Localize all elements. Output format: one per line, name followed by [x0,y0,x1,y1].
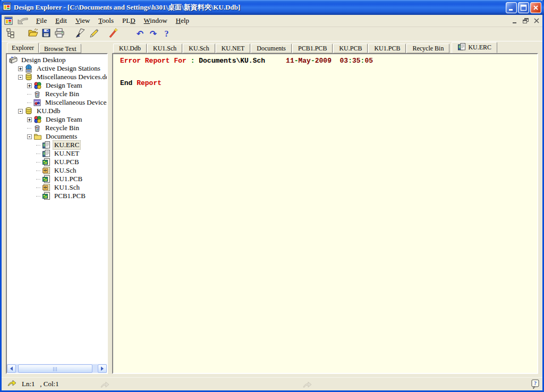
expand-plus-icon[interactable]: + [27,83,32,88]
minimize-button[interactable] [506,2,517,13]
collapse-minus-icon[interactable]: - [18,75,23,80]
design-explorer-window: Design Explorer - [C:\Documents and Sett… [0,0,544,392]
tree-item-ku1-pcb[interactable]: KU1.PCB [7,175,107,183]
recycle-icon [33,124,42,132]
window-title: Design Explorer - [C:\Documents and Sett… [14,3,505,12]
doc-tab-ku-sch[interactable]: KU.Sch [183,44,215,53]
scroll-left-button[interactable] [7,364,16,373]
doc-tab-pcb1-pcb[interactable]: PCB1.PCB [292,44,333,53]
menu-window[interactable]: Window [140,16,172,25]
doc-tab-ku-net[interactable]: KU.NET [216,44,251,53]
design-manager-icon [6,28,16,40]
editor-text-segment: Documents\KU.Sch [194,57,286,65]
title-bar[interactable]: Design Explorer - [C:\Documents and Sett… [0,0,544,15]
scrollbar-thumb[interactable] [18,364,92,373]
menu-file[interactable]: File [32,16,51,25]
editor-text-segment [332,57,340,65]
sch-icon [42,183,51,192]
toolbar-group: ↶↷? [133,28,173,40]
doc-tab-documents[interactable]: Documents [251,44,292,53]
design-manager-button[interactable] [4,28,18,40]
tab-explorer[interactable]: Explorer [7,42,39,53]
wand-button[interactable] [106,28,120,40]
erc-report-editor[interactable]: Error Report For : Documents\KU.Sch 11-M… [113,54,537,87]
tree-item-design-desktop[interactable]: Design Desktop [7,56,107,64]
tree-guide-line [27,94,31,95]
tree-item-miscellaneous-devices-lib[interactable]: Miscellaneous Devices.lib [7,98,107,107]
tree-item-ku-ddb[interactable]: -KU.Ddb [7,107,107,115]
doc-tab-label: Recycle Bin [412,45,444,53]
library-icon [33,98,42,107]
mdi-close-button[interactable] [532,17,541,25]
menu-bar: FileEditViewToolsPLDWindowHelp [2,15,542,27]
tree-item-ku-sch[interactable]: KU.Sch [7,166,107,175]
tree-guide-line [36,179,40,180]
help-button[interactable]: ? [160,28,173,40]
pcb-icon [42,158,51,166]
tree-guide-line [27,128,31,129]
pen-button[interactable] [87,28,100,40]
explorer-panel-tabs: ExplorerBrowse Text [6,42,108,53]
tree-item-ku1-sch[interactable]: KU1.Sch [7,183,107,192]
tree-item-design-team[interactable]: +Design Team [7,115,107,124]
doc-tab-ku-erc[interactable]: KU.ERC [452,42,497,53]
doc-tab-recycle-bin[interactable]: Recycle Bin [406,44,449,53]
collapse-minus-icon[interactable]: - [27,134,32,139]
doc-tab-ku1-pcb[interactable]: KU1.PCB [368,44,406,53]
menu-view[interactable]: View [71,16,94,25]
tree-item-design-team[interactable]: +Design Team [7,81,107,90]
help-balloon-icon[interactable]: ? [531,379,539,391]
maximize-button[interactable] [518,2,529,13]
scrollbar-track[interactable] [16,364,98,373]
close-button[interactable] [530,2,541,13]
doc-tab-ku-pcb[interactable]: KU.PCB [333,44,368,53]
toolbar-group [73,28,100,40]
tree-item-recycle-bin[interactable]: Recycle Bin [7,124,107,132]
doc-tab-label: KU1.Sch [153,45,176,53]
undo-button[interactable]: ↶ [133,28,147,40]
down-arrow-icon[interactable] [14,17,30,25]
tree-item-pcb1-pcb[interactable]: PCB1.PCB [7,192,107,200]
menu-tools[interactable]: Tools [94,16,118,25]
cut-button[interactable] [73,28,87,40]
pen-icon [88,28,99,40]
expand-plus-icon[interactable]: + [27,117,32,122]
tree-horizontal-scrollbar[interactable] [7,364,107,373]
print-button[interactable] [53,28,66,40]
mdi-minimize-button[interactable] [511,17,520,25]
menu-help[interactable]: Help [172,16,193,25]
document-content-box: Error Report For : Documents\KU.Sch 11-M… [112,53,538,374]
tree-guide-line [36,154,40,154]
menu-pld[interactable]: PLD [118,16,140,25]
tree-item-recycle-bin[interactable]: Recycle Bin [7,90,107,98]
database-icon [24,73,33,81]
wand-icon [108,28,118,40]
editor-text-segment: 11 [286,57,294,65]
tab-browse-text[interactable]: Browse Text [39,44,81,53]
tree-item-active-design-stations[interactable]: +Active Design Stations [7,64,107,73]
document-icon[interactable] [4,17,13,25]
tree-item-ku-net[interactable]: KU.NET [7,149,107,158]
tree-guide-line [36,171,40,171]
editor-text-segment: 03 [340,57,348,65]
tree-item-ku-pcb[interactable]: KU.PCB [7,158,107,166]
redo-button[interactable]: ↷ [147,28,160,40]
collapse-minus-icon[interactable]: - [18,109,23,114]
tree-item-miscellaneous-devices-ddb[interactable]: -Miscellaneous Devices.ddb [7,73,107,81]
doc-tab-label: Documents [257,45,286,53]
scroll-right-button[interactable] [98,364,107,373]
undo-icon: ↶ [137,29,143,39]
menu-edit[interactable]: Edit [51,16,71,25]
tree-item-documents[interactable]: -Documents [7,132,107,141]
doc-tab-ku1-sch[interactable]: KU1.Sch [147,44,182,53]
tree-item-ku-erc[interactable]: KU.ERC [7,141,107,149]
toolbar-group [106,28,120,40]
open-button[interactable] [26,28,39,40]
expand-plus-icon[interactable]: + [18,66,23,71]
tree-guide-line [27,103,31,103]
doc-tab-ku-ddb[interactable]: KU.Ddb [113,44,147,53]
save-button[interactable] [39,28,53,40]
recycle-icon [33,90,42,98]
mdi-restore-button[interactable] [521,17,530,25]
editor-text-segment: 2009 [315,57,332,65]
